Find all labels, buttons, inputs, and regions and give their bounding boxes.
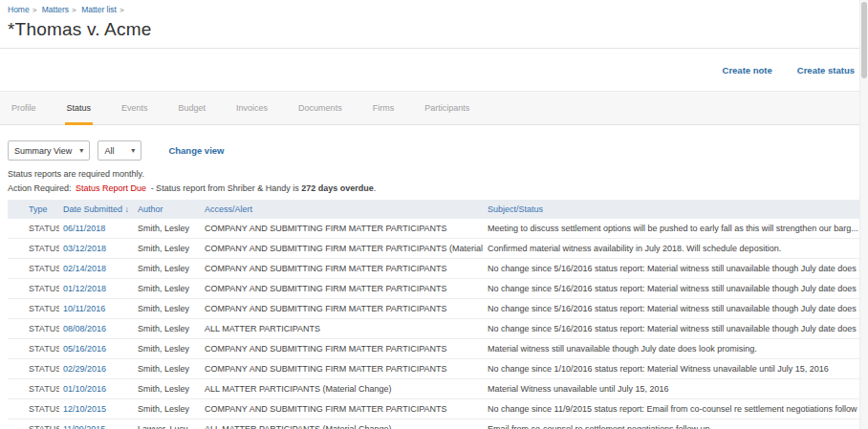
- tab-label: Firms: [373, 103, 395, 113]
- date-link[interactable]: 11/09/2015: [63, 424, 105, 429]
- cell-subject-status: No change since 5/16/2016 status report:…: [484, 319, 860, 339]
- cell-access-alert: COMPANY AND SUBMITTING FIRM MATTER PARTI…: [201, 219, 484, 239]
- date-link[interactable]: 06/11/2018: [63, 224, 105, 233]
- table-row: STATUS 02/14/2018 Smith, Lesley COMPANY …: [8, 259, 860, 279]
- breadcrumb: Home> Matters> Matter list>: [8, 4, 858, 16]
- create-note-link[interactable]: Create note: [723, 65, 772, 75]
- tab-label: Documents: [298, 103, 342, 113]
- table-row: STATUS 01/10/2016 Smith, Lesley ALL MATT…: [8, 379, 860, 399]
- breadcrumb-separator: >: [72, 6, 76, 14]
- tab-label: Invoices: [236, 103, 268, 113]
- breadcrumb-separator: >: [119, 6, 124, 14]
- date-link[interactable]: 01/10/2016: [63, 384, 106, 394]
- cell-author: Smith, Lesley: [134, 379, 201, 399]
- view-dropdown-value: Summary View: [14, 146, 72, 156]
- column-header-access-alert[interactable]: Access/Alert: [201, 200, 484, 219]
- cell-type: STATUS: [8, 279, 59, 299]
- cell-type: STATUS: [8, 319, 59, 339]
- cell-access-alert: ALL MATTER PARTICIPANTS: [201, 319, 484, 339]
- date-link[interactable]: 05/16/2016: [63, 344, 106, 354]
- tab-label: Profile: [11, 103, 36, 113]
- cell-date: 03/12/2018: [59, 239, 134, 259]
- cell-date: 01/10/2016: [59, 379, 134, 399]
- cell-subject-status: Meeting to discuss settlement options wi…: [484, 219, 860, 239]
- column-header-date-submitted[interactable]: Date Submitted ↓: [59, 200, 134, 219]
- cell-type: STATUS: [8, 379, 59, 399]
- column-header-author[interactable]: Author: [134, 200, 201, 219]
- cell-subject-status: No change since 11/9/2015 status report:…: [484, 399, 860, 419]
- cell-type: STATUS: [8, 259, 59, 279]
- table-row: STATUS 08/08/2016 Smith, Lesley ALL MATT…: [8, 319, 860, 339]
- cell-access-alert: COMPANY AND SUBMITTING FIRM MATTER PARTI…: [201, 399, 484, 419]
- column-header-subject-status[interactable]: Subject/Status: [484, 200, 860, 219]
- overdue-value: 272 days overdue: [301, 183, 374, 193]
- cell-date: 01/12/2018: [59, 279, 134, 299]
- cell-access-alert: COMPANY AND SUBMITTING FIRM MATTER PARTI…: [201, 359, 484, 379]
- tab-label: Budget: [179, 103, 206, 113]
- cell-author: Smith, Lesley: [134, 319, 201, 339]
- matter-status-page: Home> Matters> Matter list> *Thomas v. A…: [0, 0, 868, 429]
- breadcrumb-link-matters[interactable]: Matters: [42, 5, 69, 14]
- cell-type: STATUS: [8, 239, 59, 259]
- tab-firms[interactable]: Firms: [371, 92, 397, 124]
- date-link[interactable]: 01/12/2018: [63, 284, 106, 293]
- alert-period: .: [374, 183, 377, 193]
- breadcrumb-item: Home>: [8, 5, 39, 14]
- change-view-link[interactable]: Change view: [168, 145, 224, 156]
- requirement-text: Status reports are required monthly.: [8, 169, 860, 179]
- status-table: Type Date Submitted ↓ Author Access/Aler…: [8, 200, 860, 429]
- tab-budget[interactable]: Budget: [177, 92, 208, 124]
- cell-subject-status: No change since 5/16/2016 status report:…: [484, 279, 860, 299]
- table-row: STATUS 12/10/2015 Smith, Lesley COMPANY …: [8, 399, 860, 419]
- breadcrumb-link-matter-list[interactable]: Matter list: [81, 5, 117, 14]
- tab-events[interactable]: Events: [119, 92, 150, 124]
- cell-access-alert: COMPANY AND SUBMITTING FIRM MATTER PARTI…: [201, 339, 484, 359]
- scope-dropdown[interactable]: All ▾: [98, 140, 141, 161]
- cell-access-alert: COMPANY AND SUBMITTING FIRM MATTER PARTI…: [201, 279, 484, 299]
- date-link[interactable]: 08/08/2016: [63, 324, 106, 333]
- action-required-line: Action Required: Status Report Due - Sta…: [8, 183, 860, 193]
- view-dropdown[interactable]: Summary View ▾: [8, 140, 90, 161]
- tab-status[interactable]: Status: [65, 92, 94, 124]
- date-link[interactable]: 10/11/2016: [63, 304, 105, 313]
- date-link[interactable]: 02/29/2016: [63, 364, 106, 374]
- status-report-due-label: Status Report Due: [76, 183, 146, 193]
- cell-author: Smith, Lesley: [134, 339, 201, 359]
- tab-participants[interactable]: Participants: [423, 92, 471, 124]
- column-header-type[interactable]: Type: [8, 200, 59, 219]
- create-status-link[interactable]: Create status: [797, 65, 855, 75]
- cell-subject-status: No change since 1/10/2016 status report:…: [484, 359, 860, 379]
- cell-date: 06/11/2018: [59, 219, 134, 239]
- sort-descending-icon: ↓: [125, 204, 130, 214]
- cell-author: Smith, Lesley: [134, 259, 201, 279]
- date-link[interactable]: 12/10/2015: [63, 404, 106, 414]
- table-row: STATUS 06/11/2018 Smith, Lesley COMPANY …: [8, 219, 860, 239]
- breadcrumb-link-home[interactable]: Home: [8, 5, 30, 14]
- table-row: STATUS 01/12/2018 Smith, Lesley COMPANY …: [8, 279, 860, 299]
- page-title: *Thomas v. Acme: [8, 19, 858, 40]
- date-link[interactable]: 03/12/2018: [63, 244, 106, 253]
- cell-subject-status: No change since 5/16/2016 status report:…: [484, 299, 860, 319]
- status-content: Summary View ▾ All ▾ Change view Status …: [0, 140, 868, 429]
- chevron-down-icon: ▾: [79, 146, 83, 155]
- action-required-label: Action Required:: [8, 183, 72, 193]
- cell-access-alert: COMPANY AND SUBMITTING FIRM MATTER PARTI…: [201, 259, 484, 279]
- tab-label: Status: [67, 103, 92, 113]
- cell-author: Smith, Lesley: [134, 279, 201, 299]
- cell-access-alert: COMPANY AND SUBMITTING FIRM MATTER PARTI…: [201, 299, 484, 319]
- breadcrumb-item: Matters>: [42, 5, 79, 14]
- tab-profile[interactable]: Profile: [10, 92, 38, 124]
- tab-label: Participants: [424, 103, 469, 113]
- cell-author: Smith, Lesley: [134, 359, 201, 379]
- cell-date: 05/16/2016: [59, 339, 134, 359]
- table-row: STATUS 05/16/2016 Smith, Lesley COMPANY …: [8, 339, 860, 359]
- cell-author: Smith, Lesley: [134, 299, 201, 319]
- cell-access-alert: ALL MATTER PARTICIPANTS (Material Change…: [201, 379, 484, 399]
- date-link[interactable]: 02/14/2018: [63, 264, 106, 273]
- tab-invoices[interactable]: Invoices: [234, 92, 270, 124]
- scrollbar-thumb[interactable]: [861, 2, 867, 78]
- cell-author: Lawyer, Lucy: [134, 419, 201, 429]
- cell-access-alert: COMPANY AND SUBMITTING FIRM MATTER PARTI…: [201, 239, 484, 259]
- tab-documents[interactable]: Documents: [296, 92, 344, 124]
- vertical-scrollbar[interactable]: [859, 0, 868, 429]
